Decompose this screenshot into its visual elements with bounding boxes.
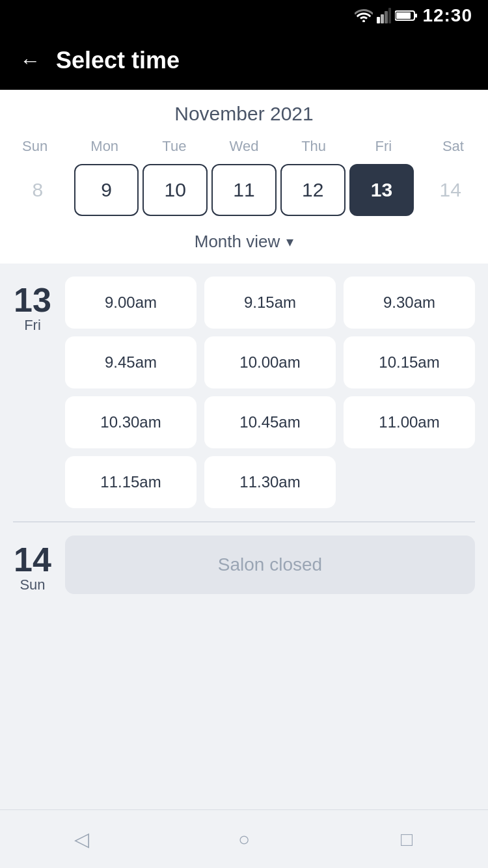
svg-rect-6 <box>415 14 417 18</box>
page-title: Select time <box>56 47 180 74</box>
weekday-mon: Mon <box>70 135 139 157</box>
day-14-label: 14 Sun <box>13 536 52 593</box>
month-view-toggle[interactable]: Month view ▾ <box>0 226 488 264</box>
weekday-sun: Sun <box>0 135 70 157</box>
day-14-name: Sun <box>20 576 45 593</box>
day-14[interactable]: 14 <box>418 164 483 216</box>
day-8[interactable]: 8 <box>5 164 70 216</box>
day-11[interactable]: 11 <box>211 164 277 216</box>
svg-rect-1 <box>381 14 384 23</box>
day-14-number: 14 <box>14 543 51 576</box>
nav-back-button[interactable]: ◁ <box>62 820 101 859</box>
signal-icon <box>377 8 391 23</box>
calendar-section: November 2021 Sun Mon Tue Wed Thu Fri Sa… <box>0 90 488 264</box>
timeslots-section: 13 Fri 9.00am 9.15am 9.30am 9.45am 10.00… <box>0 264 488 614</box>
weekday-wed: Wed <box>209 135 278 157</box>
svg-rect-5 <box>396 12 411 19</box>
day-divider <box>13 521 475 522</box>
status-time: 12:30 <box>422 5 472 26</box>
weekday-sat: Sat <box>418 135 488 157</box>
slot-915am[interactable]: 9.15am <box>204 277 336 329</box>
slot-900am[interactable]: 9.00am <box>65 277 197 329</box>
svg-rect-0 <box>377 17 380 23</box>
nav-home-button[interactable]: ○ <box>224 820 264 859</box>
wifi-icon <box>355 9 373 22</box>
day-13-label: 13 Fri <box>13 277 52 508</box>
day-13-slots-grid: 9.00am 9.15am 9.30am 9.45am 10.00am 10.1… <box>65 277 475 508</box>
slot-930am[interactable]: 9.30am <box>344 277 475 329</box>
bottom-navigation: ◁ ○ □ <box>0 809 488 868</box>
chevron-down-icon: ▾ <box>286 234 293 251</box>
app-header: ← Select time <box>0 31 488 90</box>
back-button[interactable]: ← <box>20 49 40 73</box>
days-row: 8 9 10 11 12 13 14 <box>0 164 488 226</box>
weekday-tue: Tue <box>139 135 209 157</box>
month-year-label: November 2021 <box>0 103 488 125</box>
slot-1130am[interactable]: 11.30am <box>204 456 336 508</box>
slot-1000am[interactable]: 10.00am <box>204 336 336 388</box>
day-14-block: 14 Sun Salon closed <box>13 536 475 594</box>
battery-icon <box>395 10 417 21</box>
month-view-label: Month view <box>195 232 280 252</box>
day-13-number: 13 <box>14 283 51 317</box>
slot-1030am[interactable]: 10.30am <box>65 396 197 448</box>
day-10[interactable]: 10 <box>142 164 208 216</box>
day-13[interactable]: 13 <box>349 164 414 216</box>
day-12[interactable]: 12 <box>280 164 346 216</box>
svg-rect-2 <box>385 11 388 23</box>
slot-1100am[interactable]: 11.00am <box>344 396 475 448</box>
status-icons <box>355 8 417 23</box>
weekday-row: Sun Mon Tue Wed Thu Fri Sat <box>0 135 488 157</box>
slot-945am[interactable]: 9.45am <box>65 336 197 388</box>
day-13-name: Fri <box>24 317 41 334</box>
svg-rect-3 <box>388 8 391 23</box>
slot-1015am[interactable]: 10.15am <box>344 336 475 388</box>
day-13-block: 13 Fri 9.00am 9.15am 9.30am 9.45am 10.00… <box>13 277 475 508</box>
status-bar: 12:30 <box>0 0 488 31</box>
salon-closed-text: Salon closed <box>218 554 322 575</box>
nav-recent-button[interactable]: □ <box>387 820 426 859</box>
day-9[interactable]: 9 <box>74 164 139 216</box>
salon-closed-panel: Salon closed <box>65 536 475 594</box>
slot-1115am[interactable]: 11.15am <box>65 456 197 508</box>
weekday-thu: Thu <box>279 135 349 157</box>
weekday-fri: Fri <box>349 135 418 157</box>
slot-1045am[interactable]: 10.45am <box>204 396 336 448</box>
